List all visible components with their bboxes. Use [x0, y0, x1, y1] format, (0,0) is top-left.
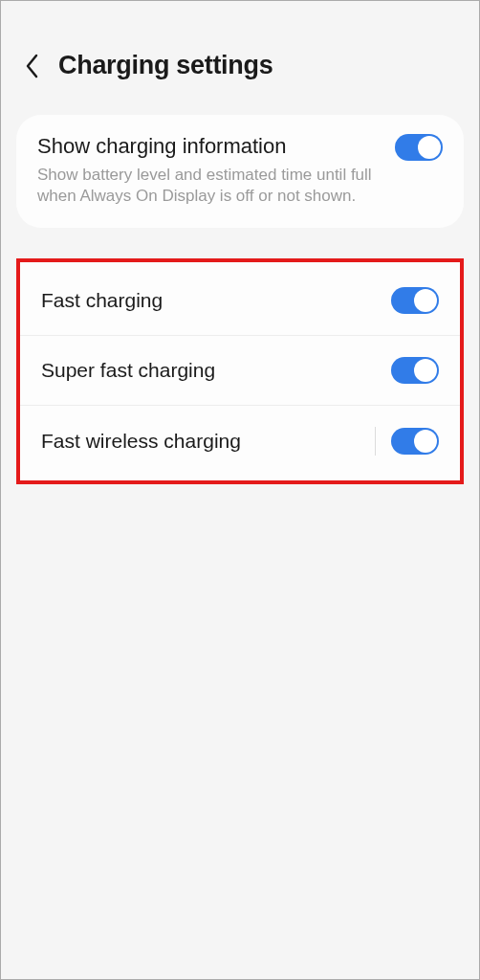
toggle-knob-icon	[414, 289, 437, 312]
fast-charging-row[interactable]: Fast charging	[20, 266, 460, 336]
chevron-left-icon	[24, 53, 41, 79]
toggle-knob-icon	[414, 359, 437, 382]
page-title: Charging settings	[58, 51, 273, 80]
fast-charging-toggle[interactable]	[391, 287, 439, 314]
toggle-knob-icon	[418, 136, 441, 159]
fast-wireless-charging-label: Fast wireless charging	[41, 430, 241, 453]
back-button[interactable]	[24, 57, 41, 75]
show-charging-info-subtitle: Show battery level and estimated time un…	[37, 165, 380, 207]
show-charging-info-toggle[interactable]	[395, 134, 443, 161]
toggle-knob-icon	[414, 430, 437, 453]
super-fast-charging-row[interactable]: Super fast charging	[20, 336, 460, 406]
fast-wireless-charging-row[interactable]: Fast wireless charging	[20, 406, 460, 477]
fast-charging-label: Fast charging	[41, 289, 163, 312]
show-charging-info-card[interactable]: Show charging information Show battery l…	[16, 115, 464, 228]
divider-icon	[375, 427, 376, 456]
settings-screen: Charging settings Show charging informat…	[1, 1, 479, 979]
header: Charging settings	[11, 11, 469, 115]
fast-wireless-charging-toggle[interactable]	[391, 428, 439, 455]
super-fast-charging-toggle[interactable]	[391, 357, 439, 384]
fast-charging-group: Fast charging Super fast charging Fast w…	[16, 258, 464, 484]
super-fast-charging-label: Super fast charging	[41, 359, 215, 382]
show-charging-info-title: Show charging information	[37, 134, 380, 159]
